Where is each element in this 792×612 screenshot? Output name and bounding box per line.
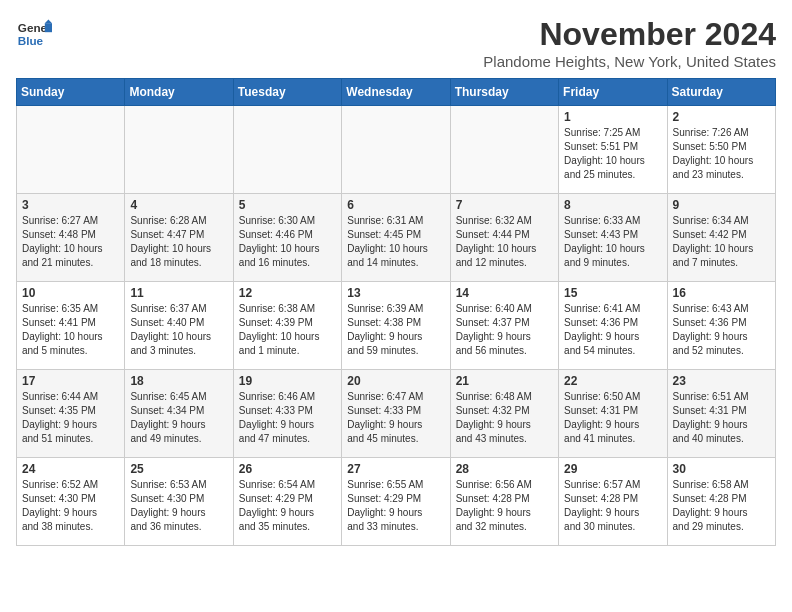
day-info: Sunrise: 6:48 AM Sunset: 4:32 PM Dayligh…: [456, 390, 553, 446]
day-number: 25: [130, 462, 227, 476]
day-info: Sunrise: 6:37 AM Sunset: 4:40 PM Dayligh…: [130, 302, 227, 358]
day-cell: 7Sunrise: 6:32 AM Sunset: 4:44 PM Daylig…: [450, 194, 558, 282]
day-info: Sunrise: 6:39 AM Sunset: 4:38 PM Dayligh…: [347, 302, 444, 358]
week-row-4: 17Sunrise: 6:44 AM Sunset: 4:35 PM Dayli…: [17, 370, 776, 458]
header-row: SundayMondayTuesdayWednesdayThursdayFrid…: [17, 79, 776, 106]
day-cell: [233, 106, 341, 194]
header-cell-saturday: Saturday: [667, 79, 775, 106]
day-cell: 16Sunrise: 6:43 AM Sunset: 4:36 PM Dayli…: [667, 282, 775, 370]
header-cell-wednesday: Wednesday: [342, 79, 450, 106]
day-info: Sunrise: 6:30 AM Sunset: 4:46 PM Dayligh…: [239, 214, 336, 270]
day-cell: [17, 106, 125, 194]
location-title: Plandome Heights, New York, United State…: [483, 53, 776, 70]
day-number: 23: [673, 374, 770, 388]
day-cell: 1Sunrise: 7:25 AM Sunset: 5:51 PM Daylig…: [559, 106, 667, 194]
week-row-1: 1Sunrise: 7:25 AM Sunset: 5:51 PM Daylig…: [17, 106, 776, 194]
day-number: 17: [22, 374, 119, 388]
day-number: 28: [456, 462, 553, 476]
header-cell-friday: Friday: [559, 79, 667, 106]
day-number: 15: [564, 286, 661, 300]
day-number: 13: [347, 286, 444, 300]
day-cell: 28Sunrise: 6:56 AM Sunset: 4:28 PM Dayli…: [450, 458, 558, 546]
day-info: Sunrise: 6:58 AM Sunset: 4:28 PM Dayligh…: [673, 478, 770, 534]
day-number: 8: [564, 198, 661, 212]
header-cell-tuesday: Tuesday: [233, 79, 341, 106]
day-info: Sunrise: 6:47 AM Sunset: 4:33 PM Dayligh…: [347, 390, 444, 446]
day-number: 16: [673, 286, 770, 300]
day-cell: 14Sunrise: 6:40 AM Sunset: 4:37 PM Dayli…: [450, 282, 558, 370]
day-number: 30: [673, 462, 770, 476]
week-row-5: 24Sunrise: 6:52 AM Sunset: 4:30 PM Dayli…: [17, 458, 776, 546]
logo: General Blue: [16, 16, 52, 52]
day-cell: 12Sunrise: 6:38 AM Sunset: 4:39 PM Dayli…: [233, 282, 341, 370]
day-number: 14: [456, 286, 553, 300]
header-cell-monday: Monday: [125, 79, 233, 106]
logo-icon: General Blue: [16, 16, 52, 52]
day-info: Sunrise: 6:56 AM Sunset: 4:28 PM Dayligh…: [456, 478, 553, 534]
day-info: Sunrise: 6:27 AM Sunset: 4:48 PM Dayligh…: [22, 214, 119, 270]
day-info: Sunrise: 6:40 AM Sunset: 4:37 PM Dayligh…: [456, 302, 553, 358]
day-cell: 22Sunrise: 6:50 AM Sunset: 4:31 PM Dayli…: [559, 370, 667, 458]
day-info: Sunrise: 6:51 AM Sunset: 4:31 PM Dayligh…: [673, 390, 770, 446]
week-row-2: 3Sunrise: 6:27 AM Sunset: 4:48 PM Daylig…: [17, 194, 776, 282]
week-row-3: 10Sunrise: 6:35 AM Sunset: 4:41 PM Dayli…: [17, 282, 776, 370]
day-number: 2: [673, 110, 770, 124]
day-info: Sunrise: 6:46 AM Sunset: 4:33 PM Dayligh…: [239, 390, 336, 446]
day-info: Sunrise: 6:31 AM Sunset: 4:45 PM Dayligh…: [347, 214, 444, 270]
day-cell: 17Sunrise: 6:44 AM Sunset: 4:35 PM Dayli…: [17, 370, 125, 458]
day-cell: 29Sunrise: 6:57 AM Sunset: 4:28 PM Dayli…: [559, 458, 667, 546]
day-number: 9: [673, 198, 770, 212]
day-cell: 9Sunrise: 6:34 AM Sunset: 4:42 PM Daylig…: [667, 194, 775, 282]
day-number: 26: [239, 462, 336, 476]
day-number: 1: [564, 110, 661, 124]
svg-text:Blue: Blue: [18, 34, 44, 47]
day-number: 3: [22, 198, 119, 212]
day-number: 4: [130, 198, 227, 212]
day-info: Sunrise: 6:57 AM Sunset: 4:28 PM Dayligh…: [564, 478, 661, 534]
day-cell: 8Sunrise: 6:33 AM Sunset: 4:43 PM Daylig…: [559, 194, 667, 282]
day-number: 5: [239, 198, 336, 212]
day-cell: 19Sunrise: 6:46 AM Sunset: 4:33 PM Dayli…: [233, 370, 341, 458]
day-info: Sunrise: 6:44 AM Sunset: 4:35 PM Dayligh…: [22, 390, 119, 446]
day-cell: 10Sunrise: 6:35 AM Sunset: 4:41 PM Dayli…: [17, 282, 125, 370]
calendar-table: SundayMondayTuesdayWednesdayThursdayFrid…: [16, 78, 776, 546]
day-cell: 15Sunrise: 6:41 AM Sunset: 4:36 PM Dayli…: [559, 282, 667, 370]
day-cell: 23Sunrise: 6:51 AM Sunset: 4:31 PM Dayli…: [667, 370, 775, 458]
day-info: Sunrise: 7:25 AM Sunset: 5:51 PM Dayligh…: [564, 126, 661, 182]
day-number: 19: [239, 374, 336, 388]
day-info: Sunrise: 6:53 AM Sunset: 4:30 PM Dayligh…: [130, 478, 227, 534]
header-cell-thursday: Thursday: [450, 79, 558, 106]
day-cell: 24Sunrise: 6:52 AM Sunset: 4:30 PM Dayli…: [17, 458, 125, 546]
day-info: Sunrise: 6:33 AM Sunset: 4:43 PM Dayligh…: [564, 214, 661, 270]
day-number: 20: [347, 374, 444, 388]
day-cell: [450, 106, 558, 194]
day-cell: [125, 106, 233, 194]
svg-marker-2: [45, 23, 52, 32]
day-info: Sunrise: 6:52 AM Sunset: 4:30 PM Dayligh…: [22, 478, 119, 534]
day-cell: 4Sunrise: 6:28 AM Sunset: 4:47 PM Daylig…: [125, 194, 233, 282]
day-number: 7: [456, 198, 553, 212]
day-info: Sunrise: 6:45 AM Sunset: 4:34 PM Dayligh…: [130, 390, 227, 446]
day-info: Sunrise: 6:55 AM Sunset: 4:29 PM Dayligh…: [347, 478, 444, 534]
month-title: November 2024: [483, 16, 776, 53]
day-cell: 2Sunrise: 7:26 AM Sunset: 5:50 PM Daylig…: [667, 106, 775, 194]
day-cell: 20Sunrise: 6:47 AM Sunset: 4:33 PM Dayli…: [342, 370, 450, 458]
day-cell: 5Sunrise: 6:30 AM Sunset: 4:46 PM Daylig…: [233, 194, 341, 282]
day-info: Sunrise: 6:28 AM Sunset: 4:47 PM Dayligh…: [130, 214, 227, 270]
day-cell: [342, 106, 450, 194]
calendar-body: 1Sunrise: 7:25 AM Sunset: 5:51 PM Daylig…: [17, 106, 776, 546]
day-number: 18: [130, 374, 227, 388]
day-cell: 6Sunrise: 6:31 AM Sunset: 4:45 PM Daylig…: [342, 194, 450, 282]
header-cell-sunday: Sunday: [17, 79, 125, 106]
day-info: Sunrise: 6:50 AM Sunset: 4:31 PM Dayligh…: [564, 390, 661, 446]
day-info: Sunrise: 7:26 AM Sunset: 5:50 PM Dayligh…: [673, 126, 770, 182]
day-cell: 11Sunrise: 6:37 AM Sunset: 4:40 PM Dayli…: [125, 282, 233, 370]
day-cell: 27Sunrise: 6:55 AM Sunset: 4:29 PM Dayli…: [342, 458, 450, 546]
day-info: Sunrise: 6:43 AM Sunset: 4:36 PM Dayligh…: [673, 302, 770, 358]
day-cell: 26Sunrise: 6:54 AM Sunset: 4:29 PM Dayli…: [233, 458, 341, 546]
day-info: Sunrise: 6:32 AM Sunset: 4:44 PM Dayligh…: [456, 214, 553, 270]
day-info: Sunrise: 6:38 AM Sunset: 4:39 PM Dayligh…: [239, 302, 336, 358]
day-number: 6: [347, 198, 444, 212]
calendar-header: SundayMondayTuesdayWednesdayThursdayFrid…: [17, 79, 776, 106]
day-number: 12: [239, 286, 336, 300]
